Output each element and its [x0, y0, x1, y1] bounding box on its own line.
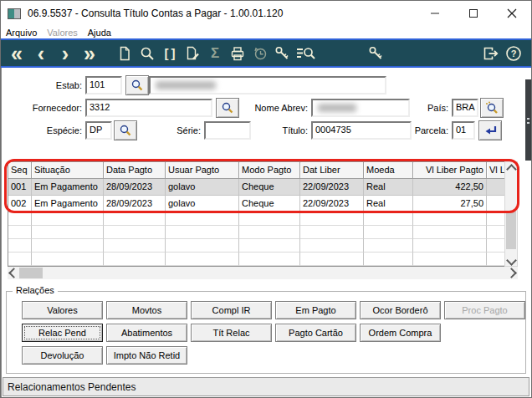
edit-document-icon[interactable] — [182, 43, 202, 64]
cell[interactable]: golavo — [166, 179, 239, 196]
redacted-text — [318, 104, 356, 112]
cell[interactable]: Em Pagamento — [32, 196, 104, 212]
close-button[interactable] — [493, 1, 531, 26]
relac-pend-button[interactable]: Relac Pend — [22, 324, 103, 342]
status-text: Relacionamentos Pendentes — [8, 381, 136, 393]
menu-valores: Valores — [42, 28, 82, 38]
abatimentos-button[interactable]: Abatimentos — [106, 324, 187, 342]
cell[interactable]: golavo — [166, 196, 239, 212]
window-title: 06.9.5537 - Consulta Título Contas a Pag… — [28, 8, 283, 19]
column-header[interactable]: Situação — [32, 162, 104, 179]
table-row[interactable]: 002 Em Pagamento 28/09/2023 golavo Chequ… — [8, 196, 505, 212]
fornecedor-label: Fornecedor: — [18, 103, 82, 113]
detail-search-icon[interactable] — [295, 43, 315, 64]
cell[interactable]: 28/09/2023 — [104, 196, 166, 212]
enter-arrow-icon — [483, 124, 498, 137]
svg-text:?: ? — [511, 48, 517, 59]
new-document-icon[interactable] — [115, 43, 135, 64]
menu-arquivo[interactable]: Arquivo — [1, 28, 42, 38]
cell[interactable] — [487, 179, 505, 196]
valores-button[interactable]: Valores — [22, 301, 103, 319]
movtos-button[interactable]: Movtos — [106, 301, 187, 319]
exit-icon[interactable] — [481, 43, 501, 64]
scroll-left-icon[interactable] — [10, 269, 18, 277]
cell[interactable]: 002 — [8, 196, 32, 212]
cell[interactable]: Real — [364, 196, 413, 212]
first-record-icon[interactable]: « — [6, 43, 28, 64]
horizontal-scrollbar[interactable] — [8, 267, 518, 279]
especie-lookup-button[interactable] — [114, 120, 137, 140]
pais-zoom-button[interactable] — [480, 98, 504, 118]
impto-nao-retid-button[interactable]: Impto Não Retid — [106, 346, 187, 365]
previous-record-icon[interactable]: ‹ — [30, 43, 52, 64]
cell[interactable]: Cheque — [239, 196, 300, 212]
scrollbar-thumb[interactable] — [506, 211, 516, 249]
ordem-compra-button[interactable]: Ordem Compra — [360, 324, 441, 342]
search-icon[interactable] — [137, 43, 157, 64]
cell[interactable]: 422,50 — [413, 179, 487, 196]
column-header[interactable]: Data Pagto — [104, 162, 166, 179]
menu-ajuda[interactable]: Ajuda — [83, 28, 116, 38]
magnifier-icon — [221, 101, 234, 115]
column-header[interactable]: Vl Li — [487, 162, 505, 179]
em-pagto-button[interactable]: Em Pagto — [275, 301, 356, 319]
cell[interactable]: 22/09/2023 — [300, 179, 364, 196]
column-header[interactable]: Moeda — [364, 162, 413, 179]
title-bar[interactable]: 06.9.5537 - Consulta Título Contas a Pag… — [1, 1, 531, 26]
next-record-icon[interactable]: › — [54, 43, 76, 64]
vertical-scrollbar[interactable] — [504, 161, 518, 267]
estab-input[interactable]: 101 — [85, 76, 122, 94]
parcela-label: Parcela: — [408, 125, 448, 135]
column-header[interactable]: Usuar Pagto — [166, 162, 239, 179]
table-row[interactable]: 001 Em Pagamento 28/09/2023 golavo Chequ… — [8, 179, 505, 196]
pagto-cartao-button[interactable]: Pagto Cartão — [275, 324, 356, 342]
cell[interactable]: 001 — [8, 179, 32, 196]
maximize-button[interactable] — [454, 1, 493, 26]
serie-input[interactable] — [204, 121, 251, 140]
estab-lookup-button[interactable] — [125, 75, 149, 95]
column-header[interactable]: Seq — [8, 162, 32, 179]
parcela-go-button[interactable] — [478, 120, 502, 140]
minimize-button[interactable] — [416, 1, 454, 26]
app-icon — [8, 8, 21, 19]
help-icon[interactable]: ? — [504, 43, 524, 64]
last-record-icon[interactable]: » — [79, 43, 100, 64]
nome-abrev-field[interactable] — [311, 99, 410, 117]
devolucao-button[interactable]: Devolução — [22, 346, 103, 365]
empty-row — [8, 239, 505, 253]
magnifier-icon — [119, 124, 132, 137]
column-header[interactable]: Vl Liber Pagto — [413, 162, 487, 179]
cell[interactable]: 22/09/2023 — [300, 196, 364, 212]
column-header[interactable]: Dat Liber — [300, 162, 364, 179]
scroll-down-icon[interactable] — [508, 257, 515, 264]
brackets-icon[interactable]: [ ] — [160, 43, 180, 64]
print-icon[interactable] — [228, 43, 248, 64]
cell[interactable]: 27,50 — [413, 196, 487, 212]
column-header[interactable]: Modo Pagto — [239, 162, 300, 179]
estab-name-field[interactable] — [149, 76, 386, 94]
scroll-up-icon[interactable] — [508, 166, 515, 173]
pais-input[interactable]: BRA — [452, 99, 478, 117]
especie-input[interactable]: DP — [85, 121, 112, 140]
especie-label: Espécie: — [27, 125, 82, 135]
key-icon[interactable] — [273, 43, 293, 64]
cell[interactable]: Em Pagamento — [32, 179, 104, 196]
key-secondary-icon[interactable] — [366, 43, 386, 64]
fornecedor-lookup-button[interactable] — [216, 98, 239, 118]
cell[interactable]: Cheque — [239, 179, 300, 196]
cell[interactable] — [487, 196, 505, 212]
fornecedor-input[interactable]: 3312 — [85, 99, 212, 117]
titulo-input[interactable]: 0004735 — [311, 121, 412, 140]
cell[interactable]: Real — [364, 179, 413, 196]
app-window: 06.9.5537 - Consulta Título Contas a Pag… — [0, 0, 532, 398]
redacted-text — [156, 81, 216, 89]
compl-ir-button[interactable]: Compl IR — [191, 301, 272, 319]
proc-pagto-button: Proc Pagto — [444, 301, 525, 319]
scroll-right-icon[interactable] — [508, 269, 515, 277]
ocor-bordero-button[interactable]: Ocor Borderô — [360, 301, 441, 319]
scrollbar-thumb[interactable] — [19, 268, 43, 278]
cell[interactable]: 28/09/2023 — [104, 179, 166, 196]
payments-grid: Seq Situação Data Pagto Usuar Pagto Modo… — [8, 161, 506, 267]
parcela-input[interactable]: 01 — [452, 121, 475, 140]
tit-relac-button[interactable]: Tít Relac — [191, 324, 272, 342]
